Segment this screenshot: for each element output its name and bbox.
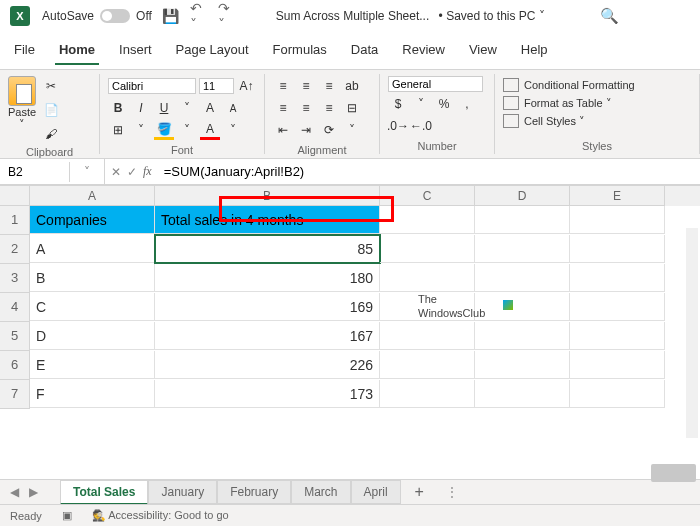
cell-a6[interactable]: E [30,351,155,379]
menu-page-layout[interactable]: Page Layout [172,36,253,65]
increase-font-icon[interactable]: A↑ [237,76,256,96]
row-header[interactable]: 5 [0,322,30,351]
cell-c6[interactable] [380,351,475,379]
macro-record-icon[interactable]: ▣ [62,509,72,522]
formula-input[interactable] [158,161,700,182]
cell-d3[interactable] [475,264,570,292]
sheet-tab-march[interactable]: March [291,480,350,504]
cell-styles-button[interactable]: Cell Styles ˅ [503,112,691,130]
redo-icon[interactable]: ↷ ˅ [218,7,236,25]
cell-b6[interactable]: 226 [155,351,380,379]
menu-file[interactable]: File [10,36,39,65]
row-header[interactable]: 3 [0,264,30,293]
fx-icon[interactable]: fx [143,164,152,179]
horizontal-scrollbar[interactable] [651,464,696,482]
cell-d7[interactable] [475,380,570,408]
cell-c3[interactable] [380,264,475,292]
bold-button[interactable]: B [108,98,128,118]
sheet-tab-total-sales[interactable]: Total Sales [60,480,148,505]
conditional-formatting-button[interactable]: Conditional Formatting [503,76,691,94]
align-right-icon[interactable]: ≡ [319,98,339,118]
cell-e6[interactable] [570,351,665,379]
cancel-formula-icon[interactable]: ✕ [111,165,121,179]
font-shrink-icon[interactable]: A [223,98,243,118]
cell-b4[interactable]: 169 [155,293,380,321]
cell-a5[interactable]: D [30,322,155,350]
cell-b1[interactable]: Total sales in 4 months [155,206,380,234]
sheet-nav-prev-icon[interactable]: ◀ [10,485,19,499]
cell-a4[interactable]: C [30,293,155,321]
add-sheet-button[interactable]: + [401,479,438,505]
enter-formula-icon[interactable]: ✓ [127,165,137,179]
menu-home[interactable]: Home [55,36,99,65]
font-size-select[interactable] [199,78,234,94]
indent-left-icon[interactable]: ⇤ [273,120,293,140]
vertical-scrollbar[interactable] [686,228,698,438]
cell-c2[interactable] [380,235,475,263]
undo-icon[interactable]: ↶ ˅ [190,7,208,25]
indent-right-icon[interactable]: ⇥ [296,120,316,140]
align-bottom-icon[interactable]: ≡ [319,76,339,96]
row-header[interactable]: 1 [0,206,30,235]
paste-button[interactable]: Paste ˅ [8,76,36,131]
font-color-icon[interactable]: A [200,120,220,140]
col-header-c[interactable]: C [380,186,475,206]
cell-e7[interactable] [570,380,665,408]
copy-icon[interactable]: 📄 [41,100,61,120]
cell-d4[interactable] [475,293,570,321]
format-painter-icon[interactable]: 🖌 [41,124,61,144]
name-box-dropdown-icon[interactable]: ˅ [70,159,105,184]
cell-c7[interactable] [380,380,475,408]
name-box[interactable] [0,162,70,182]
borders-icon[interactable]: ⊞ [108,120,128,140]
col-header-a[interactable]: A [30,186,155,206]
cell-e2[interactable] [570,235,665,263]
fill-color-icon[interactable]: 🪣 [154,120,174,140]
cell-b3[interactable]: 180 [155,264,380,292]
cell-e5[interactable] [570,322,665,350]
cell-b2[interactable]: 85 [155,235,380,263]
menu-help[interactable]: Help [517,36,552,65]
menu-formulas[interactable]: Formulas [269,36,331,65]
row-header[interactable]: 2 [0,235,30,264]
cell-d6[interactable] [475,351,570,379]
cell-a3[interactable]: B [30,264,155,292]
cell-a2[interactable]: A [30,235,155,263]
format-as-table-button[interactable]: Format as Table ˅ [503,94,691,112]
underline-button[interactable]: U [154,98,174,118]
menu-insert[interactable]: Insert [115,36,156,65]
cell-d1[interactable] [475,206,570,234]
align-top-icon[interactable]: ≡ [273,76,293,96]
menu-review[interactable]: Review [398,36,449,65]
cell-b5[interactable]: 167 [155,322,380,350]
cell-a7[interactable]: F [30,380,155,408]
align-left-icon[interactable]: ≡ [273,98,293,118]
sheet-menu-icon[interactable]: ⋮ [446,485,458,499]
row-header[interactable]: 4 [0,293,30,322]
decrease-decimal-icon[interactable]: ←.0 [411,116,431,136]
menu-data[interactable]: Data [347,36,382,65]
cell-c1[interactable] [380,206,475,234]
autosave-toggle[interactable]: AutoSave Off [42,9,152,23]
align-middle-icon[interactable]: ≡ [296,76,316,96]
comma-icon[interactable]: , [457,94,477,114]
col-header-e[interactable]: E [570,186,665,206]
merge-icon[interactable]: ⊟ [342,98,362,118]
search-icon[interactable]: 🔍 [600,7,619,25]
cell-e1[interactable] [570,206,665,234]
save-icon[interactable]: 💾 [162,7,180,25]
cell-d2[interactable] [475,235,570,263]
col-header-d[interactable]: D [475,186,570,206]
percent-icon[interactable]: % [434,94,454,114]
wrap-text-icon[interactable]: ab [342,76,362,96]
sheet-tab-february[interactable]: February [217,480,291,504]
cell-b7[interactable]: 173 [155,380,380,408]
menu-view[interactable]: View [465,36,501,65]
cell-e4[interactable] [570,293,665,321]
cell-a1[interactable]: Companies [30,206,155,234]
align-center-icon[interactable]: ≡ [296,98,316,118]
row-header[interactable]: 6 [0,351,30,380]
currency-icon[interactable]: $ [388,94,408,114]
italic-button[interactable]: I [131,98,151,118]
cell-c5[interactable] [380,322,475,350]
